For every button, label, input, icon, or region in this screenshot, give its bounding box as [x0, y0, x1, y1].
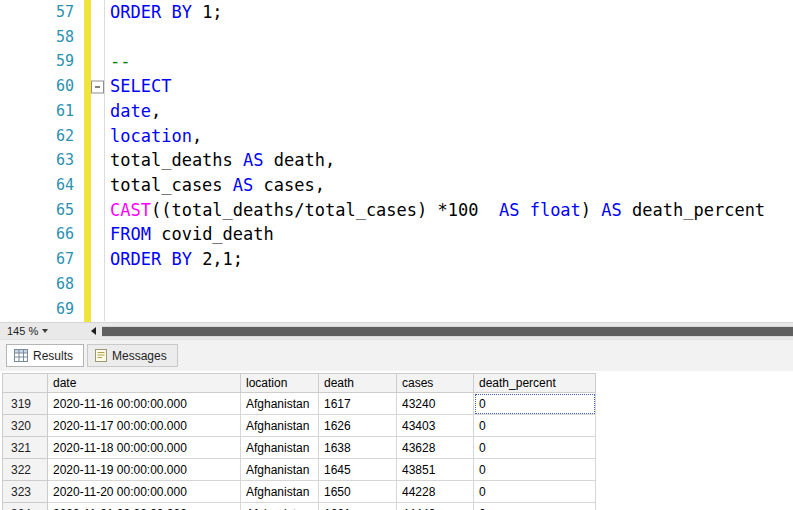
- code-segment: ((total_deaths/total_cases) *100: [151, 200, 499, 220]
- code-segment: SELECT: [110, 76, 171, 96]
- code-line[interactable]: 58: [0, 25, 793, 50]
- grid-cell[interactable]: 2020-11-17 00:00:00.000: [48, 415, 241, 437]
- code-segment: cases,: [253, 175, 325, 195]
- code-segment: FROM: [110, 224, 151, 244]
- code-line[interactable]: 65CAST((total_deaths/total_cases) *100 A…: [0, 198, 793, 223]
- code-text: total_deaths AS death,: [104, 148, 793, 173]
- messages-icon: [95, 349, 107, 362]
- code-segment: total_cases: [110, 175, 233, 195]
- grid-cell[interactable]: 2020-11-20 00:00:00.000: [48, 481, 241, 503]
- grid-cell[interactable]: 0: [474, 481, 596, 503]
- results-table: date location death cases death_percent …: [2, 373, 596, 510]
- code-segment: ,: [192, 126, 202, 146]
- row-number[interactable]: 319: [3, 393, 48, 415]
- fold-margin: [78, 272, 104, 297]
- grid-cell[interactable]: 1626: [319, 415, 397, 437]
- grid-cell[interactable]: 0: [474, 437, 596, 459]
- grid-cell[interactable]: 2020-11-21 00:00:00.000: [48, 503, 241, 510]
- grid-cell[interactable]: 1645: [319, 459, 397, 481]
- sql-editor[interactable]: 57ORDER BY 1;5859--60SELECT61date,62loca…: [0, 0, 793, 322]
- header-row: date location death cases death_percent: [3, 374, 596, 393]
- row-number[interactable]: 323: [3, 481, 48, 503]
- results-tabstrip: Results Messages: [0, 339, 793, 371]
- grid-cell[interactable]: Afghanistan: [241, 415, 319, 437]
- fold-margin: [78, 124, 104, 149]
- scroll-left-button[interactable]: [84, 323, 102, 339]
- zoom-control[interactable]: 145 %: [0, 325, 84, 337]
- scrollbar-thumb[interactable]: [102, 327, 793, 336]
- code-line[interactable]: 62location,: [0, 124, 793, 149]
- code-text: --: [104, 49, 793, 74]
- code-text: CAST((total_deaths/total_cases) *100 AS …: [104, 198, 793, 223]
- code-segment: 2,1;: [192, 249, 243, 269]
- tab-results[interactable]: Results: [6, 344, 84, 367]
- results-grid-icon: [14, 349, 28, 362]
- grid-cell[interactable]: Afghanistan: [241, 437, 319, 459]
- grid-cell[interactable]: 43851: [397, 459, 474, 481]
- grid-cell[interactable]: 43403: [397, 415, 474, 437]
- grid-cell[interactable]: 44443: [397, 503, 474, 510]
- fold-margin: [78, 198, 104, 223]
- line-number: 57: [0, 0, 78, 25]
- column-header-death-percent[interactable]: death_percent: [474, 374, 596, 393]
- grid-cell[interactable]: 44228: [397, 481, 474, 503]
- grid-cell[interactable]: 1638: [319, 437, 397, 459]
- table-row: 3222020-11-19 00:00:00.000Afghanistan164…: [3, 459, 596, 481]
- code-line[interactable]: 69: [0, 297, 793, 322]
- code-text: total_cases AS cases,: [104, 173, 793, 198]
- code-line[interactable]: 66FROM covid_death: [0, 222, 793, 247]
- column-header-date[interactable]: date: [48, 374, 241, 393]
- code-text: date,: [104, 99, 793, 124]
- row-number[interactable]: 320: [3, 415, 48, 437]
- tab-messages[interactable]: Messages: [87, 344, 178, 367]
- code-line[interactable]: 68: [0, 272, 793, 297]
- fold-margin: [78, 49, 104, 74]
- code-line[interactable]: 57ORDER BY 1;: [0, 0, 793, 25]
- code-line[interactable]: 67ORDER BY 2,1;: [0, 247, 793, 272]
- grid-cell[interactable]: 1650: [319, 481, 397, 503]
- code-segment: AS: [243, 150, 263, 170]
- grid-cell[interactable]: Afghanistan: [241, 393, 319, 415]
- grid-cell[interactable]: 1661: [319, 503, 397, 510]
- tab-label: Results: [33, 349, 73, 363]
- grid-cell[interactable]: 0: [474, 393, 596, 415]
- code-line[interactable]: 59--: [0, 49, 793, 74]
- row-number[interactable]: 322: [3, 459, 48, 481]
- column-header-death[interactable]: death: [319, 374, 397, 393]
- results-grid-body: 3192020-11-16 00:00:00.000Afghanistan161…: [3, 393, 596, 510]
- code-segment: AS float: [499, 200, 581, 220]
- code-line[interactable]: 61date,: [0, 99, 793, 124]
- grid-cell[interactable]: Afghanistan: [241, 503, 319, 510]
- code-text: [104, 25, 793, 50]
- grid-cell[interactable]: 2020-11-19 00:00:00.000: [48, 459, 241, 481]
- code-segment: ORDER BY: [110, 249, 192, 269]
- line-number: 66: [0, 222, 78, 247]
- row-number[interactable]: 324: [3, 503, 48, 510]
- corner-cell[interactable]: [3, 374, 48, 393]
- fold-margin: [78, 0, 104, 25]
- code-line[interactable]: 63total_deaths AS death,: [0, 148, 793, 173]
- grid-cell[interactable]: 2020-11-16 00:00:00.000: [48, 393, 241, 415]
- chevron-down-icon: [42, 329, 48, 333]
- grid-cell[interactable]: 43628: [397, 437, 474, 459]
- line-number: 61: [0, 99, 78, 124]
- grid-cell[interactable]: 0: [474, 415, 596, 437]
- editor-bottom-bar: 145 %: [0, 322, 793, 339]
- column-header-cases[interactable]: cases: [397, 374, 474, 393]
- ssms-window: 57ORDER BY 1;5859--60SELECT61date,62loca…: [0, 0, 793, 510]
- grid-cell[interactable]: 0: [474, 503, 596, 510]
- grid-cell[interactable]: 2020-11-18 00:00:00.000: [48, 437, 241, 459]
- grid-cell[interactable]: 1617: [319, 393, 397, 415]
- grid-cell[interactable]: 43240: [397, 393, 474, 415]
- code-line[interactable]: 60SELECT: [0, 74, 793, 99]
- grid-cell[interactable]: Afghanistan: [241, 459, 319, 481]
- row-number[interactable]: 321: [3, 437, 48, 459]
- grid-cell[interactable]: 0: [474, 459, 596, 481]
- collapse-region-icon[interactable]: [91, 80, 104, 93]
- column-header-location[interactable]: location: [241, 374, 319, 393]
- fold-margin: [78, 74, 104, 99]
- code-segment: date: [110, 101, 151, 121]
- grid-cell[interactable]: Afghanistan: [241, 481, 319, 503]
- horizontal-scrollbar[interactable]: [102, 326, 793, 337]
- code-line[interactable]: 64total_cases AS cases,: [0, 173, 793, 198]
